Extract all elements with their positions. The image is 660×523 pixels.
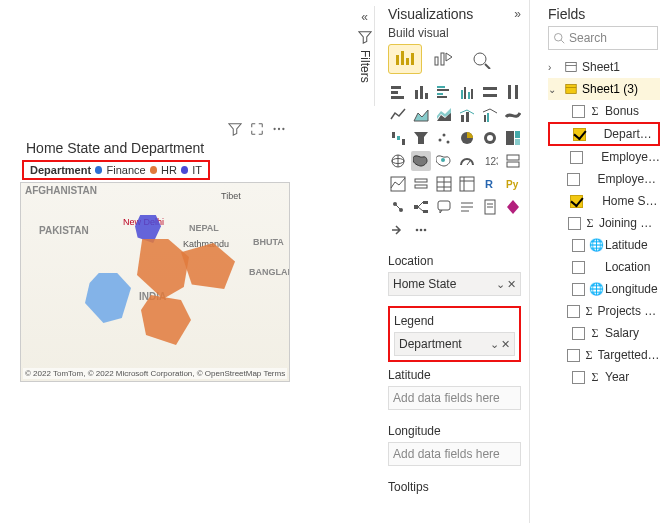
field-department[interactable]: Department <box>548 122 660 146</box>
focus-mode-icon[interactable] <box>250 122 264 136</box>
chevron-down-icon[interactable]: ⌄ <box>490 338 499 351</box>
viz-qna[interactable] <box>434 197 454 217</box>
svg-rect-8 <box>441 53 444 65</box>
latitude-well[interactable]: Add data fields here <box>388 386 521 410</box>
field-targetted-proj[interactable]: ΣTargetted Proje <box>548 344 660 366</box>
visualizations-title: Visualizations <box>388 6 473 22</box>
field-projects-compl[interactable]: ΣProjects Compl <box>548 300 660 322</box>
viz-scatter[interactable] <box>434 128 454 148</box>
legend-well[interactable]: Department ⌄✕ <box>394 332 515 356</box>
viz-line-clustered[interactable] <box>480 105 500 125</box>
viz-smart-narrative[interactable] <box>457 197 477 217</box>
viz-multi-card[interactable] <box>503 151 523 171</box>
checkbox[interactable] <box>572 239 585 252</box>
longitude-well[interactable]: Add data fields here <box>388 442 521 466</box>
viz-gauge[interactable] <box>457 151 477 171</box>
viz-filled-map[interactable] <box>411 151 431 171</box>
viz-pie[interactable] <box>457 128 477 148</box>
visual-legend: Department Finance HR IT <box>22 160 210 180</box>
checkbox[interactable] <box>572 327 585 340</box>
checkbox[interactable] <box>572 283 585 296</box>
viz-stacked-bar[interactable] <box>388 82 408 102</box>
analytics-tab[interactable] <box>464 44 498 74</box>
checkbox[interactable] <box>572 261 585 274</box>
chevron-down-icon[interactable]: ⌄ <box>496 278 505 291</box>
viz-waterfall[interactable] <box>388 128 408 148</box>
viz-100-bar[interactable] <box>480 82 500 102</box>
map-attribution: © 2022 TomTom, © 2022 Microsoft Corporat… <box>23 368 287 379</box>
checkbox[interactable] <box>570 151 583 164</box>
checkbox-checked[interactable] <box>570 195 583 208</box>
viz-map[interactable] <box>388 151 408 171</box>
field-home-state[interactable]: Home State <box>548 190 660 212</box>
remove-field-icon[interactable]: ✕ <box>501 338 510 351</box>
field-longitude[interactable]: 🌐Longitude <box>548 278 660 300</box>
location-well[interactable]: Home State ⌄✕ <box>388 272 521 296</box>
viz-get-more[interactable] <box>411 220 431 240</box>
field-employee-id[interactable]: Employee Id <box>548 146 660 168</box>
viz-line[interactable] <box>388 105 408 125</box>
viz-card[interactable]: 123 <box>480 151 500 171</box>
table-label: Sheet1 (3) <box>582 82 638 96</box>
viz-azure-map[interactable] <box>434 151 454 171</box>
remove-field-icon[interactable]: ✕ <box>507 278 516 291</box>
svg-rect-28 <box>515 85 518 99</box>
field-joining-bonus[interactable]: ΣJoining Bonus <box>548 212 660 234</box>
field-latitude[interactable]: 🌐Latitude <box>548 234 660 256</box>
checkbox[interactable] <box>572 371 585 384</box>
checkbox[interactable] <box>567 349 580 362</box>
filter-icon[interactable] <box>228 122 242 136</box>
viz-kpi[interactable] <box>388 174 408 194</box>
field-employee-name[interactable]: Employee Nam <box>548 168 660 190</box>
viz-decomp-tree[interactable] <box>411 197 431 217</box>
viz-donut[interactable] <box>480 128 500 148</box>
checkbox[interactable] <box>572 105 585 118</box>
viz-stacked-column[interactable] <box>411 82 431 102</box>
table-sheet1-3[interactable]: ⌄ Sheet1 (3) <box>548 78 660 100</box>
viz-table[interactable] <box>434 174 454 194</box>
viz-more[interactable] <box>388 220 408 240</box>
svg-rect-85 <box>566 63 577 72</box>
field-location[interactable]: Location <box>548 256 660 278</box>
build-visual-tab[interactable] <box>388 44 422 74</box>
checkbox[interactable] <box>567 305 580 318</box>
label-bhutan: BHUTA <box>253 237 284 247</box>
viz-clustered-bar[interactable] <box>434 82 454 102</box>
viz-100-column[interactable] <box>503 82 523 102</box>
viz-area[interactable] <box>411 105 431 125</box>
field-salary[interactable]: ΣSalary <box>548 322 660 344</box>
viz-slicer[interactable] <box>411 174 431 194</box>
viz-ribbon[interactable] <box>503 105 523 125</box>
expand-filters-icon[interactable]: « <box>361 10 368 24</box>
format-visual-tab[interactable] <box>426 44 460 74</box>
collapse-viz-icon[interactable]: » <box>514 7 521 21</box>
viz-r[interactable]: R <box>480 174 500 194</box>
checkbox[interactable] <box>567 173 580 186</box>
svg-rect-33 <box>392 132 395 138</box>
viz-stacked-area[interactable] <box>434 105 454 125</box>
field-bonus[interactable]: ΣBonus <box>548 100 660 122</box>
svg-rect-18 <box>437 89 449 91</box>
viz-key-influencers[interactable] <box>388 197 408 217</box>
viz-powerapps[interactable] <box>503 197 523 217</box>
viz-matrix[interactable] <box>457 174 477 194</box>
longitude-well-section: Longitude Add data fields here <box>388 424 521 466</box>
fields-search[interactable]: Search <box>548 26 658 50</box>
filters-pane-collapsed[interactable]: « Filters <box>355 6 375 106</box>
table-sheet1[interactable]: › Sheet1 <box>548 56 660 78</box>
svg-line-10 <box>485 64 490 69</box>
viz-paginated[interactable] <box>480 197 500 217</box>
map-canvas[interactable]: AFGHANISTAN PAKISTAN INDIA NEPAL BHUTA B… <box>20 182 290 382</box>
svg-text:Py: Py <box>506 179 519 190</box>
viz-clustered-column[interactable] <box>457 82 477 102</box>
viz-treemap[interactable] <box>503 128 523 148</box>
sigma-icon: Σ <box>589 104 601 119</box>
checkbox-checked[interactable] <box>573 128 586 141</box>
more-options-icon[interactable] <box>272 122 286 136</box>
viz-python[interactable]: Py <box>503 174 523 194</box>
viz-line-column[interactable] <box>457 105 477 125</box>
legend-item-hr: HR <box>161 164 177 176</box>
checkbox[interactable] <box>568 217 581 230</box>
field-year[interactable]: ΣYear <box>548 366 660 388</box>
viz-funnel[interactable] <box>411 128 431 148</box>
